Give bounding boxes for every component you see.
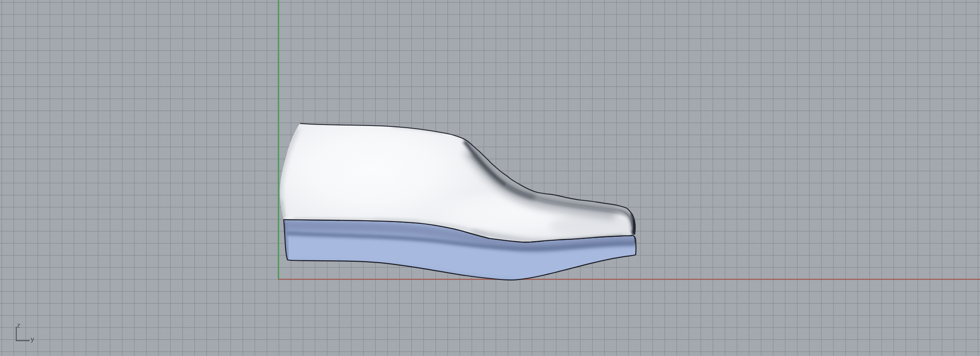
svg-text:z: z bbox=[17, 321, 20, 329]
svg-text:y: y bbox=[31, 335, 34, 343]
